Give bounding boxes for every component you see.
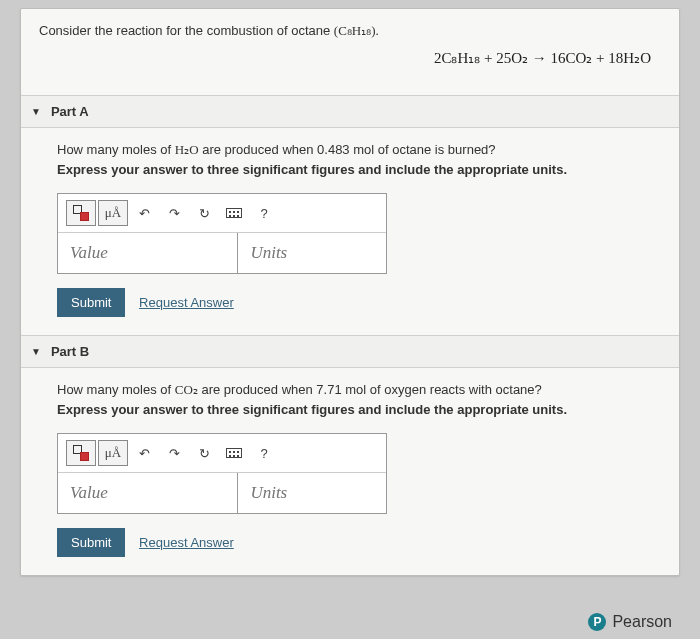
part-b-toolbar: μÅ ↶ ↷ ↻ ? <box>58 434 386 473</box>
part-b-answerbox: μÅ ↶ ↷ ↻ ? <box>57 433 387 514</box>
part-b-units-input[interactable] <box>238 473 386 513</box>
part-b-title: Part B <box>51 344 89 359</box>
intro-text: Consider the reaction for the combustion… <box>39 23 661 39</box>
part-b-actions: Submit Request Answer <box>57 528 649 557</box>
units-symbol-button[interactable]: μÅ <box>98 200 128 226</box>
pearson-label: Pearson <box>612 613 672 631</box>
part-a-title: Part A <box>51 104 89 119</box>
question-card: Consider the reaction for the combustion… <box>20 8 680 576</box>
redo-icon[interactable]: ↷ <box>160 201 188 225</box>
part-a-header[interactable]: ▼ Part A <box>21 95 679 128</box>
reaction-equation: 2C₈H₁₈ + 25O₂ → 16CO₂ + 18H₂O <box>39 49 661 67</box>
help-icon[interactable]: ? <box>250 441 278 465</box>
intro-formula: (C₈H₁₈). <box>334 23 379 38</box>
part-a-request-answer-link[interactable]: Request Answer <box>139 295 234 310</box>
part-a-instruction: Express your answer to three significant… <box>57 162 649 177</box>
part-b-body: How many moles of CO₂ are produced when … <box>21 368 679 575</box>
caret-down-icon: ▼ <box>31 106 41 117</box>
part-b-request-answer-link[interactable]: Request Answer <box>139 535 234 550</box>
part-a-inputs <box>58 233 386 273</box>
part-a-units-input[interactable] <box>238 233 386 273</box>
part-a-value-input[interactable] <box>58 233 238 273</box>
intro-text-before: Consider the reaction for the combustion… <box>39 23 334 38</box>
part-a-body: How many moles of H₂O are produced when … <box>21 128 679 335</box>
part-a-answerbox: μÅ ↶ ↷ ↻ ? <box>57 193 387 274</box>
part-b-inputs <box>58 473 386 513</box>
part-b-submit-button[interactable]: Submit <box>57 528 125 557</box>
part-a-submit-button[interactable]: Submit <box>57 288 125 317</box>
part-b-question: How many moles of CO₂ are produced when … <box>57 382 649 398</box>
template-icon[interactable] <box>66 200 96 226</box>
reset-icon[interactable]: ↻ <box>190 441 218 465</box>
keyboard-icon[interactable] <box>220 201 248 225</box>
pearson-brand: P Pearson <box>588 613 672 631</box>
units-symbol-button[interactable]: μÅ <box>98 440 128 466</box>
part-b-instruction: Express your answer to three significant… <box>57 402 649 417</box>
reset-icon[interactable]: ↻ <box>190 201 218 225</box>
part-a-actions: Submit Request Answer <box>57 288 649 317</box>
keyboard-icon[interactable] <box>220 441 248 465</box>
caret-down-icon: ▼ <box>31 346 41 357</box>
help-icon[interactable]: ? <box>250 201 278 225</box>
part-a-toolbar: μÅ ↶ ↷ ↻ ? <box>58 194 386 233</box>
intro-block: Consider the reaction for the combustion… <box>21 9 679 95</box>
redo-icon[interactable]: ↷ <box>160 441 188 465</box>
part-b-header[interactable]: ▼ Part B <box>21 335 679 368</box>
pearson-logo-icon: P <box>588 613 606 631</box>
undo-icon[interactable]: ↶ <box>130 441 158 465</box>
template-icon[interactable] <box>66 440 96 466</box>
part-b-value-input[interactable] <box>58 473 238 513</box>
undo-icon[interactable]: ↶ <box>130 201 158 225</box>
part-a-question: How many moles of H₂O are produced when … <box>57 142 649 158</box>
